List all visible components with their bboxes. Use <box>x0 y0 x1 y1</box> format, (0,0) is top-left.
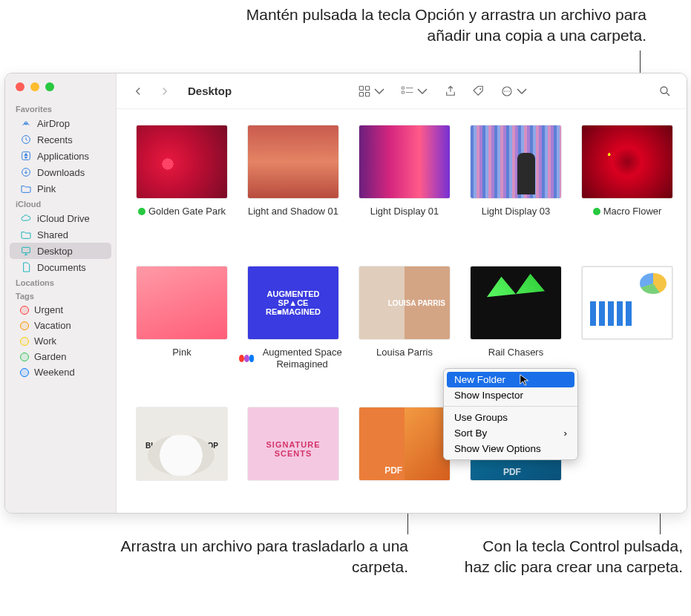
sidebar-item-applications[interactable]: Applications <box>10 148 111 164</box>
file-item[interactable]: Light Display 01 <box>350 117 459 258</box>
file-item[interactable]: Macro Flower <box>572 117 682 258</box>
finder-content: Desktop <box>117 73 687 513</box>
sidebar-item-airdrop[interactable]: AirDrop <box>10 115 111 131</box>
menu-item-label: New Folder <box>454 374 505 385</box>
share-button[interactable] <box>439 82 462 101</box>
menu-item-label: Use Groups <box>454 412 508 423</box>
callout-bottom-left: Arrastra un archivo para trasladarlo a u… <box>119 536 408 578</box>
desktop-icon <box>20 245 32 257</box>
file-label: Louisa Parris <box>376 347 433 358</box>
sidebar: FavoritesAirDropRecentsApplicationsDownl… <box>5 73 117 513</box>
download-icon <box>20 166 32 178</box>
sidebar-item-urgent[interactable]: Urgent <box>10 302 111 318</box>
sidebar-item-downloads[interactable]: Downloads <box>10 164 111 180</box>
clock-icon <box>20 134 32 145</box>
svg-rect-9 <box>402 87 404 89</box>
sidebar-item-label: Work <box>34 335 56 347</box>
window-title: Desktop <box>188 85 232 97</box>
file-item[interactable]: Light Display 03 <box>461 117 571 258</box>
sidebar-item-pink[interactable]: Pink <box>10 180 111 197</box>
menu-item-label: Sort By <box>454 427 487 439</box>
file-thumbnail <box>359 125 450 198</box>
sidebar-item-label: Vacation <box>34 320 71 331</box>
sidebar-item-documents[interactable]: Documents <box>10 259 111 275</box>
sidebar-item-label: iCloud Drive <box>37 213 90 224</box>
sidebar-item-label: Desktop <box>37 246 73 257</box>
file-item[interactable]: Light and Shadow 01 <box>238 117 348 258</box>
file-thumbnail: AUGMENTED SP▲CE RE■MAGINED <box>248 266 338 339</box>
file-label: Pink <box>172 347 191 358</box>
tag-dot-icon <box>20 321 29 330</box>
apps-icon <box>20 150 32 162</box>
file-label: Light Display 03 <box>482 206 551 217</box>
context-menu-new-folder[interactable]: New Folder <box>447 372 574 387</box>
tag-dot-icon <box>249 355 255 362</box>
sidebar-item-icloud-drive[interactable]: iCloud Drive <box>10 210 111 226</box>
sidebar-item-garden[interactable]: Garden <box>10 349 111 364</box>
cloud-icon <box>20 212 32 224</box>
tag-dot-icon <box>593 208 600 215</box>
file-item[interactable] <box>572 258 682 399</box>
file-thumbnail <box>582 125 672 198</box>
svg-point-17 <box>508 91 510 92</box>
file-item[interactable]: SIGNATURE SCENTS <box>238 399 348 513</box>
svg-rect-6 <box>365 86 369 90</box>
file-item[interactable]: Pink <box>127 258 237 399</box>
sidebar-item-weekend[interactable]: Weekend <box>10 364 111 380</box>
search-button[interactable] <box>654 82 676 101</box>
sidebar-item-work[interactable]: Work <box>10 333 111 349</box>
group-button[interactable] <box>396 82 433 101</box>
file-label: Rail Chasers <box>488 347 543 358</box>
menu-item-label: Show View Options <box>454 443 541 454</box>
tag-dot-icon <box>244 355 249 362</box>
svg-point-18 <box>661 87 667 94</box>
tag-dot-icon <box>20 337 29 346</box>
action-button[interactable] <box>496 82 533 101</box>
svg-rect-10 <box>402 91 404 94</box>
file-label: Macro Flower <box>603 206 662 217</box>
file-label: Light Display 01 <box>370 206 439 217</box>
cursor-icon <box>519 373 532 390</box>
context-menu: New Folder Show Inspector Use Groups Sor… <box>443 368 578 460</box>
callout-bottom-right: Con la tecla Control pulsada, haz clic p… <box>460 536 683 578</box>
nav-back-button[interactable] <box>127 82 149 101</box>
close-icon[interactable] <box>16 82 24 91</box>
finder-window: FavoritesAirDropRecentsApplicationsDownl… <box>4 73 687 514</box>
file-item[interactable]: Golden Gate Park <box>127 117 237 258</box>
shared-icon <box>20 229 32 240</box>
minimize-icon[interactable] <box>30 82 39 91</box>
nav-forward-button[interactable] <box>154 82 176 101</box>
svg-rect-8 <box>365 92 369 96</box>
context-menu-sort-by[interactable]: Sort By › <box>444 425 577 441</box>
sidebar-item-label: Recents <box>37 134 73 145</box>
file-label: Golden Gate Park <box>148 206 226 217</box>
sidebar-item-label: Documents <box>37 262 86 273</box>
context-menu-use-groups[interactable]: Use Groups <box>444 410 577 425</box>
file-thumbnail: BLAND WORKSHOP <box>137 407 227 480</box>
view-icons-button[interactable] <box>353 82 390 101</box>
sidebar-item-recents[interactable]: Recents <box>10 131 111 148</box>
sidebar-section-header: Tags <box>5 289 116 302</box>
file-item[interactable]: AUGMENTED SP▲CE RE■MAGINED Augmented Spa… <box>238 258 348 399</box>
tags-button[interactable] <box>468 82 490 101</box>
tag-dot-icon <box>239 355 244 362</box>
sidebar-item-label: Downloads <box>37 167 85 178</box>
file-thumbnail: SIGNATURE SCENTS <box>248 407 338 480</box>
sidebar-item-shared[interactable]: Shared <box>10 226 111 243</box>
icon-grid[interactable]: Golden Gate Park Light and Shadow 01 Lig… <box>117 109 687 513</box>
sidebar-item-desktop[interactable]: Desktop <box>10 243 111 259</box>
file-item[interactable]: BLAND WORKSHOP <box>127 399 237 513</box>
sidebar-item-label: Applications <box>37 151 89 162</box>
folder-icon <box>20 183 32 194</box>
svg-rect-4 <box>22 247 30 252</box>
file-thumbnail <box>582 266 672 339</box>
context-menu-show-inspector[interactable]: Show Inspector <box>444 387 577 403</box>
context-menu-view-options[interactable]: Show View Options <box>444 441 577 456</box>
sidebar-item-label: AirDrop <box>37 118 70 129</box>
file-thumbnail <box>471 125 561 198</box>
svg-rect-7 <box>359 92 363 96</box>
file-thumbnail <box>137 266 227 339</box>
zoom-icon[interactable] <box>45 82 54 91</box>
sidebar-item-vacation[interactable]: Vacation <box>10 318 111 333</box>
window-controls[interactable] <box>5 81 116 102</box>
